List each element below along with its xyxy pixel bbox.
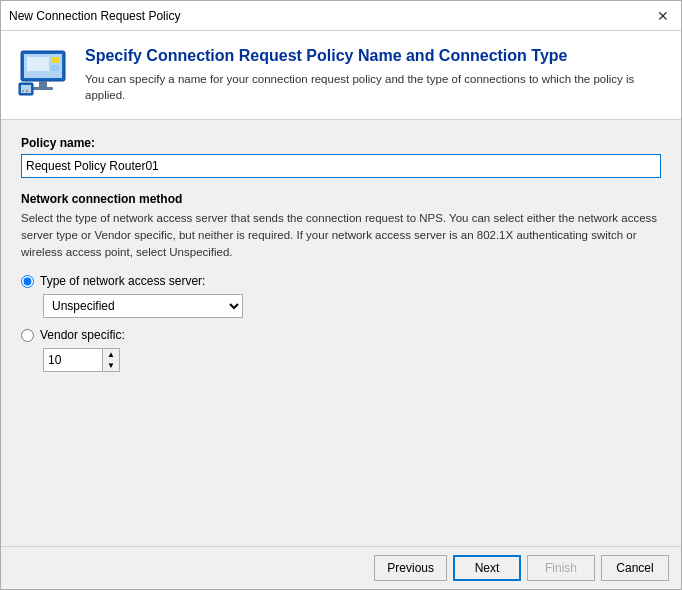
content-section: Policy name: Network connection method S… — [1, 120, 681, 546]
vendor-specific-radio[interactable] — [21, 329, 34, 342]
svg-point-9 — [22, 90, 24, 92]
network-method-description: Select the type of network access server… — [21, 210, 661, 260]
type-of-network-radio[interactable] — [21, 275, 34, 288]
network-type-select[interactable]: Unspecified — [43, 294, 243, 318]
svg-rect-5 — [39, 81, 47, 87]
close-button[interactable]: ✕ — [653, 6, 673, 26]
vendor-spinbox-input[interactable] — [43, 348, 103, 372]
spinbox-arrows: ▲ ▼ — [103, 348, 120, 372]
header-text-block: Specify Connection Request Policy Name a… — [85, 47, 665, 103]
policy-name-input[interactable] — [21, 154, 661, 178]
svg-rect-6 — [33, 87, 53, 90]
previous-button[interactable]: Previous — [374, 555, 447, 581]
computer-icon — [17, 47, 69, 99]
type-of-network-label[interactable]: Type of network access server: — [40, 274, 205, 288]
finish-button[interactable]: Finish — [527, 555, 595, 581]
header-section: Specify Connection Request Policy Name a… — [1, 31, 681, 120]
vendor-spinbox-wrapper: ▲ ▼ — [43, 348, 661, 372]
header-description: You can specify a name for your connecti… — [85, 71, 665, 103]
dialog-title: New Connection Request Policy — [9, 9, 180, 23]
network-method-title: Network connection method — [21, 192, 661, 206]
vendor-specific-label[interactable]: Vendor specific: — [40, 328, 125, 342]
header-title: Specify Connection Request Policy Name a… — [85, 47, 665, 65]
svg-rect-4 — [51, 65, 59, 71]
svg-point-10 — [26, 90, 28, 92]
network-select-wrapper: Unspecified — [43, 294, 661, 318]
dialog-window: New Connection Request Policy ✕ — [0, 0, 682, 590]
policy-name-label: Policy name: — [21, 136, 661, 150]
footer-section: Previous Next Finish Cancel — [1, 546, 681, 589]
svg-rect-3 — [51, 57, 59, 63]
spinbox-down-button[interactable]: ▼ — [103, 360, 119, 371]
next-button[interactable]: Next — [453, 555, 521, 581]
title-bar: New Connection Request Policy ✕ — [1, 1, 681, 31]
vendor-specific-row: Vendor specific: — [21, 328, 661, 342]
svg-rect-2 — [27, 57, 49, 71]
spinbox-up-button[interactable]: ▲ — [103, 349, 119, 360]
cancel-button[interactable]: Cancel — [601, 555, 669, 581]
type-of-network-row: Type of network access server: — [21, 274, 661, 288]
